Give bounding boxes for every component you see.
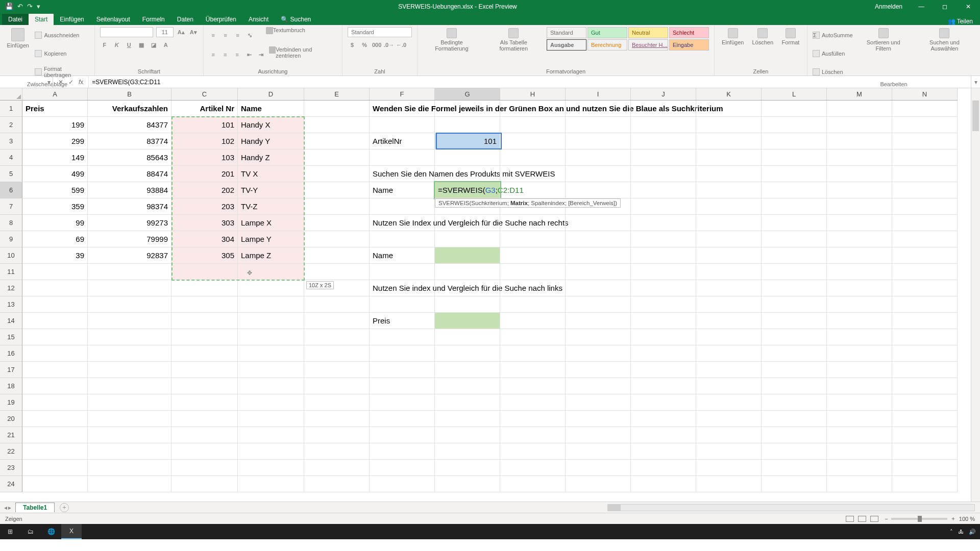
edge-icon[interactable]: 🌐 [41, 524, 61, 539]
cell[interactable] [827, 296, 892, 313]
number-format-select[interactable]: Standard [348, 27, 412, 37]
cell[interactable] [827, 362, 892, 378]
cell[interactable] [762, 443, 827, 460]
cell[interactable] [762, 476, 827, 492]
fill-button[interactable]: Ausfüllen [813, 45, 853, 62]
cell[interactable] [22, 411, 88, 427]
bold-button[interactable]: F [100, 40, 109, 49]
save-icon[interactable]: 💾 [5, 3, 13, 10]
cell[interactable] [88, 411, 172, 427]
cell[interactable] [566, 117, 631, 133]
cell[interactable] [696, 329, 762, 345]
cell[interactable] [892, 362, 958, 378]
cell[interactable] [696, 378, 762, 394]
cell[interactable] [88, 329, 172, 345]
cell[interactable] [762, 117, 827, 133]
maximize-button[interactable]: ◻ [933, 0, 957, 13]
col-header-D[interactable]: D [238, 88, 304, 100]
tab-data[interactable]: Daten [171, 14, 200, 25]
cell[interactable]: 101 [172, 117, 238, 133]
formula-input[interactable]: =SVERWEIS(G3;C2:D11 [89, 76, 971, 88]
cell[interactable] [435, 411, 500, 427]
cell[interactable] [435, 443, 500, 460]
cell[interactable]: 98374 [88, 198, 172, 215]
cell[interactable] [892, 182, 958, 198]
row-header[interactable]: 22 [0, 443, 22, 460]
cell[interactable] [172, 427, 238, 443]
cell[interactable]: 99273 [88, 215, 172, 231]
cell[interactable] [892, 345, 958, 362]
cell[interactable] [370, 198, 435, 215]
cell[interactable] [304, 101, 370, 117]
cell[interactable] [827, 345, 892, 362]
cell[interactable]: Lampe Y [238, 231, 304, 247]
cell[interactable] [631, 313, 696, 329]
cell[interactable] [370, 329, 435, 345]
cell[interactable] [892, 215, 958, 231]
tab-search[interactable]: 🔍 Suchen [275, 14, 317, 25]
orientation-icon[interactable]: ⤡ [246, 31, 255, 40]
cell[interactable] [762, 362, 827, 378]
cell[interactable] [435, 149, 500, 166]
cell[interactable] [238, 476, 304, 492]
cell[interactable] [631, 215, 696, 231]
cell[interactable] [22, 296, 88, 313]
cell[interactable] [304, 313, 370, 329]
cell[interactable] [500, 362, 566, 378]
cell[interactable] [370, 345, 435, 362]
cell[interactable] [22, 443, 88, 460]
col-header-L[interactable]: L [762, 88, 827, 100]
cell[interactable] [435, 101, 500, 117]
cell[interactable]: Handy Y [238, 133, 304, 149]
cell[interactable] [304, 133, 370, 149]
col-header-M[interactable]: M [827, 88, 892, 100]
col-header-I[interactable]: I [566, 88, 631, 100]
comma-icon[interactable]: 000 [372, 40, 381, 49]
cell[interactable] [500, 411, 566, 427]
row-header[interactable]: 9 [0, 231, 22, 247]
cell[interactable] [22, 362, 88, 378]
cell[interactable] [304, 427, 370, 443]
cell[interactable] [238, 378, 304, 394]
cell[interactable] [696, 101, 762, 117]
cell[interactable] [566, 411, 631, 427]
cell[interactable] [566, 476, 631, 492]
cell[interactable] [696, 345, 762, 362]
cell[interactable] [500, 394, 566, 411]
cell[interactable] [762, 378, 827, 394]
cell[interactable] [500, 117, 566, 133]
row-header[interactable]: 18 [0, 378, 22, 394]
cell[interactable] [892, 166, 958, 182]
cell[interactable] [762, 231, 827, 247]
cell[interactable] [238, 394, 304, 411]
col-header-B[interactable]: B [88, 88, 172, 100]
cell[interactable] [435, 329, 500, 345]
increase-font-icon[interactable]: A▴ [177, 28, 186, 37]
cell[interactable] [827, 264, 892, 280]
cell[interactable] [500, 215, 566, 231]
cell[interactable] [892, 117, 958, 133]
align-center-icon[interactable]: ≡ [220, 50, 230, 59]
cell[interactable] [762, 394, 827, 411]
cell[interactable] [500, 280, 566, 296]
cell[interactable] [631, 231, 696, 247]
cell[interactable] [370, 411, 435, 427]
align-left-icon[interactable]: ≡ [209, 50, 218, 59]
cell[interactable] [435, 231, 500, 247]
style-input[interactable]: Eingabe [669, 39, 709, 51]
cell[interactable] [631, 443, 696, 460]
cell[interactable]: Nutzen Sie index und Vergleich für die S… [370, 280, 435, 296]
cell[interactable]: 304 [172, 231, 238, 247]
cell[interactable] [762, 182, 827, 198]
sort-filter-button[interactable]: Sortieren und Filtern [857, 27, 910, 53]
cell[interactable] [172, 362, 238, 378]
cell[interactable] [500, 476, 566, 492]
cell[interactable] [566, 101, 631, 117]
cell[interactable]: TV X [238, 166, 304, 182]
cell[interactable] [238, 280, 304, 296]
align-top-icon[interactable]: ≡ [209, 31, 218, 40]
cell[interactable] [435, 378, 500, 394]
enter-formula-icon[interactable]: ✓ [68, 79, 74, 86]
cell[interactable]: 99 [22, 215, 88, 231]
cell[interactable]: 299 [22, 133, 88, 149]
